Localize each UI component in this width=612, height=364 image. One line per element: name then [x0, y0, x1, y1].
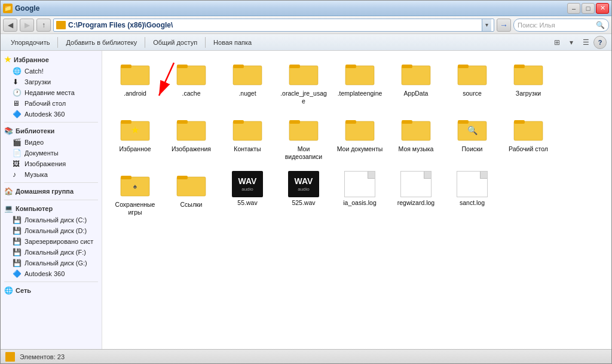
- autodesk2-icon: 🔷: [13, 270, 22, 278]
- close-button[interactable]: ✕: [596, 3, 609, 14]
- sidebar-homegroup-header[interactable]: 🏠 Домашняя группа: [1, 185, 102, 197]
- svg-rect-27: [345, 121, 374, 140]
- file-item[interactable]: Ссылки: [164, 168, 218, 219]
- svg-rect-13: [402, 65, 412, 68]
- file-item[interactable]: WAV audio 55.wav: [221, 168, 274, 219]
- drive-f-icon: 💾: [13, 248, 22, 256]
- toolbar-sep-2: [145, 37, 145, 48]
- go-button[interactable]: →: [497, 19, 511, 32]
- file-item[interactable]: Контакты: [221, 112, 274, 163]
- file-item[interactable]: Мои видеозаписи: [277, 112, 331, 163]
- file-name: AppData: [404, 90, 429, 97]
- computer-icon: 💻: [4, 204, 13, 213]
- sidebar-libraries-header[interactable]: 📚 Библиотеки: [1, 125, 102, 137]
- file-item[interactable]: ★ Избранное: [108, 112, 162, 163]
- up-button[interactable]: ↑: [36, 19, 51, 32]
- file-icon: WAV audio: [288, 171, 319, 197]
- svg-rect-8: [289, 66, 318, 85]
- status-folder-icon: [5, 352, 15, 362]
- svg-rect-40: [177, 176, 188, 179]
- search-icon[interactable]: 🔍: [595, 20, 605, 30]
- file-name: Контакты: [234, 145, 261, 153]
- file-item[interactable]: regwizard.log: [389, 168, 443, 219]
- sidebar-item-desktop[interactable]: 🖥 Рабочий стол: [1, 98, 102, 109]
- file-item[interactable]: .nuget: [221, 57, 274, 108]
- title-bar: 📁 Google – □ ✕: [1, 1, 611, 16]
- star-icon: ★: [4, 55, 11, 64]
- file-name: Изображения: [172, 145, 211, 153]
- file-item[interactable]: .oracle_jre_usage: [277, 57, 331, 108]
- file-name: .cache: [182, 90, 201, 97]
- view-grid-button[interactable]: ⊞: [550, 36, 564, 49]
- sidebar-item-drive-c[interactable]: 💾 Локальный диск (C:): [1, 215, 102, 225]
- svg-rect-24: [233, 120, 244, 124]
- file-item[interactable]: 🔍 Поиски: [445, 112, 499, 163]
- view-dropdown-button[interactable]: ▾: [565, 36, 578, 49]
- file-icon: 🔍: [457, 115, 488, 143]
- organize-button[interactable]: Упорядочить: [5, 36, 55, 49]
- file-item[interactable]: Загрузки: [501, 57, 555, 108]
- forward-button[interactable]: ▶: [20, 19, 34, 32]
- explorer-window: 📁 Google – □ ✕ ◀ ▶ ↑ C:\Program Files (x…: [0, 0, 612, 364]
- help-button[interactable]: ?: [593, 36, 607, 49]
- sidebar-computer-header[interactable]: 💻 Компьютер: [1, 203, 102, 215]
- sidebar-item-catch[interactable]: 🌐 Catch!: [1, 66, 102, 77]
- file-item[interactable]: Мои документы: [333, 112, 387, 163]
- file-item[interactable]: ia_oasis.log: [333, 168, 387, 219]
- search-placeholder: Поиск: Илья: [518, 22, 593, 29]
- window-controls: – □ ✕: [567, 3, 609, 14]
- sidebar-item-downloads[interactable]: ⬇ Загрузки: [1, 77, 102, 87]
- sidebar-catch-label: Catch!: [25, 68, 44, 75]
- file-icon: [457, 60, 488, 88]
- file-item[interactable]: .cache: [164, 57, 218, 108]
- sidebar-item-recent[interactable]: 🕐 Недавние места: [1, 87, 102, 98]
- sidebar-item-images[interactable]: 🖼 Изображения: [1, 158, 102, 169]
- file-item[interactable]: AppData: [389, 57, 443, 108]
- address-box[interactable]: C:\Program Files (x86)\Google\ ▾: [53, 19, 494, 32]
- search-box[interactable]: Поиск: Илья 🔍: [513, 19, 609, 32]
- recent-icon: 🕐: [13, 88, 22, 97]
- sidebar-item-music[interactable]: ♪ Музыка: [1, 169, 102, 180]
- sidebar: ★ Избранное 🌐 Catch! ⬇ Загрузки 🕐 Недавн…: [1, 51, 102, 349]
- maximize-button[interactable]: □: [582, 3, 595, 14]
- file-item[interactable]: Рабочий стол: [501, 112, 555, 163]
- view-list-button[interactable]: ☰: [579, 36, 592, 49]
- address-dropdown-arrow[interactable]: ▾: [482, 19, 491, 32]
- back-button[interactable]: ◀: [3, 19, 17, 32]
- catch-icon: 🌐: [13, 67, 22, 75]
- file-item[interactable]: Моя музыка: [389, 112, 443, 163]
- share-button[interactable]: Общий доступ: [148, 36, 203, 49]
- sidebar-images-label: Изображения: [25, 160, 66, 167]
- sidebar-item-video[interactable]: 🎬 Видео: [1, 137, 102, 148]
- file-icon: [232, 115, 263, 143]
- file-item[interactable]: .android: [108, 57, 162, 108]
- sidebar-item-drive-f[interactable]: 💾 Локальный диск (F:): [1, 247, 102, 258]
- sidebar-favorites-header[interactable]: ★ Избранное: [1, 53, 102, 66]
- sidebar-reserved-label: Зарезервировано сист: [25, 238, 93, 245]
- sidebar-section-homegroup: 🏠 Домашняя группа: [1, 185, 102, 197]
- homegroup-icon: 🏠: [4, 187, 13, 195]
- address-folder-icon: [56, 21, 66, 29]
- file-item[interactable]: WAV audio 525.wav: [277, 168, 331, 219]
- sidebar-item-reserved[interactable]: 💾 Зарезервировано сист: [1, 236, 102, 247]
- sidebar-item-drive-d[interactable]: 💾 Локальный диск (D:): [1, 225, 102, 236]
- sidebar-item-docs[interactable]: 📄 Документы: [1, 148, 102, 158]
- sidebar-item-autodesk[interactable]: 🔷 Autodesk 360: [1, 109, 102, 120]
- svg-rect-2: [121, 66, 149, 85]
- file-name: .templateengine: [338, 90, 382, 97]
- svg-rect-15: [458, 65, 469, 68]
- file-item[interactable]: ♠ Сохраненные игры: [108, 168, 162, 219]
- file-item[interactable]: Изображения: [164, 112, 218, 163]
- sidebar-network-header[interactable]: 🌐 Сеть: [1, 285, 102, 296]
- file-item[interactable]: source: [445, 57, 499, 108]
- sidebar-divider-1: [4, 122, 98, 123]
- file-item[interactable]: .templateengine: [333, 57, 387, 108]
- add-to-library-button[interactable]: Добавить в библиотеку: [60, 36, 142, 49]
- new-folder-button[interactable]: Новая папка: [208, 36, 257, 49]
- sidebar-item-drive-g[interactable]: 💾 Локальный диск (G:): [1, 258, 102, 268]
- sidebar-drive-f-label: Локальный диск (F:): [25, 249, 86, 256]
- minimize-button[interactable]: –: [567, 3, 580, 14]
- file-item[interactable]: sanct.log: [445, 168, 499, 219]
- favorites-label: Избранное: [14, 56, 49, 63]
- sidebar-item-autodesk2[interactable]: 🔷 Autodesk 360: [1, 268, 102, 279]
